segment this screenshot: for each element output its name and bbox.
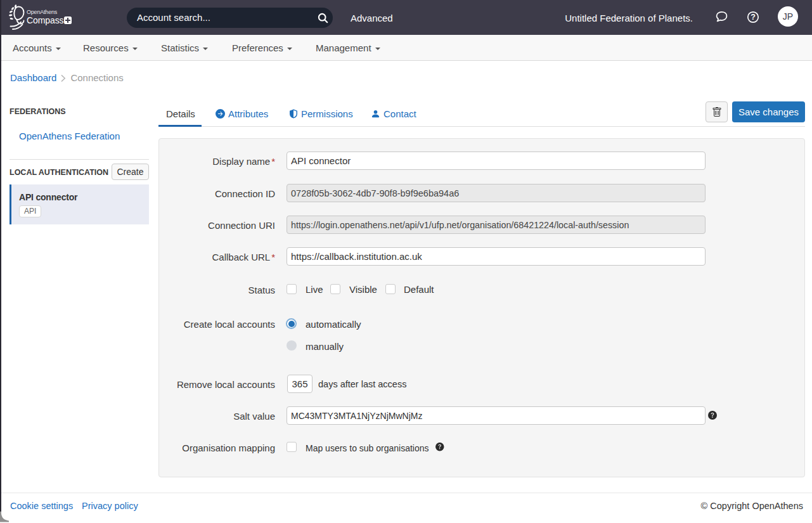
svg-text:?: ? <box>751 13 756 22</box>
